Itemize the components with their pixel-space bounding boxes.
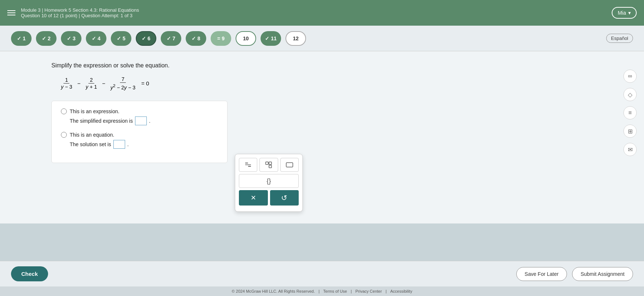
equation-radio[interactable] [61, 132, 67, 138]
equation-input[interactable] [113, 140, 125, 149]
question-bubble-11[interactable]: ✓ 11 [261, 31, 281, 46]
question-bubble-12[interactable]: 12 [285, 31, 306, 46]
footer-right: Save For Later Submit Assignment [516, 267, 633, 281]
privacy-link[interactable]: Privacy Center [355, 289, 382, 293]
question-bubble-2[interactable]: ✓ 2 [36, 31, 57, 46]
question-bubble-8[interactable]: ✓ 8 [186, 31, 206, 46]
copyright-text: © 2024 McGraw Hill LLC. All Rights Reser… [232, 289, 315, 293]
question-bubbles: ✓ 1 ✓ 2 ✓ 3 ✓ 4 ✓ 5 ✓ 6 ✓ 7 ✓ 8 = 9 10 ✓… [11, 31, 306, 46]
svg-rect-0 [245, 163, 248, 163]
fraction-button[interactable] [239, 158, 257, 172]
expression-option: This is an expression. The simplified ex… [61, 108, 218, 125]
list-icon-button[interactable]: ≡ [623, 106, 637, 119]
nav-bar: ✓ 1 ✓ 2 ✓ 3 ✓ 4 ✓ 5 ✓ 6 ✓ 7 ✓ 8 = 9 10 ✓… [0, 26, 644, 51]
question-instruction: Simplify the expression or solve the equ… [51, 62, 593, 69]
minus-1: − [77, 80, 81, 86]
question-bubble-5[interactable]: ✓ 5 [111, 31, 131, 46]
user-name: Mia [618, 10, 626, 16]
expression-input-label: The simplified expression is [70, 118, 133, 124]
math-toolbar: {} ✕ ↺ [235, 154, 303, 212]
svg-rect-4 [269, 162, 272, 164]
question-bubble-6[interactable]: ✓ 6 [136, 31, 156, 46]
equation-label: This is an equation. [70, 132, 114, 138]
module-title: Module 3 | Homework 5 Section 4.3: Ratio… [21, 7, 139, 13]
equation-input-label: The solution set is [70, 141, 111, 147]
glasses-icon-button[interactable]: ∞ [623, 70, 637, 83]
copyright-bar: © 2024 McGraw Hill LLC. All Rights Reser… [0, 286, 644, 296]
toolbar-row-2: {} [239, 174, 299, 188]
clear-button[interactable]: ✕ [239, 190, 268, 206]
svg-rect-5 [269, 165, 272, 168]
expression-answer-row: The simplified expression is . [70, 116, 218, 125]
equation-answer-row: The solution set is . [70, 140, 218, 149]
header: Module 3 | Homework 5 Section 4.3: Ratio… [0, 0, 644, 26]
expression-input[interactable] [135, 116, 147, 125]
equals: = 0 [141, 80, 149, 86]
matrix-button[interactable] [259, 158, 278, 172]
question-bubble-3[interactable]: ✓ 3 [61, 31, 81, 46]
accessibility-link[interactable]: Accessibility [390, 289, 412, 293]
undo-button[interactable]: ↺ [270, 190, 299, 206]
toolbar-row-1 [239, 158, 299, 172]
box-button[interactable] [280, 158, 299, 172]
question-bubble-7[interactable]: ✓ 7 [161, 31, 181, 46]
question-bubble-10[interactable]: 10 [236, 31, 256, 46]
equation-display: 1 y − 3 − 2 y + 1 − 7 y2 − 2y − 3 = 0 [59, 76, 593, 90]
question-bubble-4[interactable]: ✓ 4 [86, 31, 106, 46]
menu-icon[interactable] [7, 10, 15, 15]
expression-label: This is an expression. [70, 108, 119, 114]
submit-assignment-button[interactable]: Submit Assignment [572, 267, 633, 281]
chevron-down-icon: ▾ [628, 10, 631, 16]
equation-option: This is an equation. The solution set is… [61, 132, 218, 149]
expression-radio[interactable] [61, 108, 67, 114]
footer-bar: Check Save For Later Submit Assignment [0, 261, 644, 286]
toolbar-row-3: ✕ ↺ [239, 190, 299, 206]
right-sidebar: ∞ ◇ ≡ ⊞ ✉ [623, 70, 637, 156]
save-later-button[interactable]: Save For Later [516, 267, 567, 281]
question-info: Question 10 of 12 (1 point) | Question A… [21, 13, 139, 18]
terms-link[interactable]: Terms of Use [323, 289, 347, 293]
diamond-icon-button[interactable]: ◇ [623, 88, 637, 101]
mail-icon-button[interactable]: ✉ [623, 143, 637, 156]
expression-radio-row: This is an expression. [61, 108, 218, 114]
question-bubble-1[interactable]: ✓ 1 [11, 31, 32, 46]
user-menu-button[interactable]: Mia ▾ [612, 7, 637, 19]
main-content: Simplify the expression or solve the equ… [0, 51, 644, 223]
svg-rect-3 [266, 162, 268, 164]
header-left: Module 3 | Homework 5 Section 4.3: Ratio… [7, 7, 139, 18]
braces-button[interactable]: {} [239, 174, 299, 188]
calculator-icon-button[interactable]: ⊞ [623, 125, 637, 138]
svg-rect-6 [286, 163, 293, 167]
espanol-button[interactable]: Español [606, 34, 633, 43]
fraction-3: 7 y2 − 2y − 3 [109, 76, 137, 90]
svg-rect-2 [248, 166, 251, 167]
answer-card: This is an expression. The simplified ex… [51, 101, 228, 163]
minus-2: − [102, 80, 105, 86]
fraction-1: 1 y − 3 [59, 77, 74, 90]
question-bubble-9[interactable]: = 9 [211, 31, 231, 46]
equation-radio-row: This is an equation. [61, 132, 218, 138]
header-titles: Module 3 | Homework 5 Section 4.3: Ratio… [21, 7, 139, 18]
fraction-2: 2 y + 1 [84, 77, 99, 90]
check-button[interactable]: Check [11, 266, 48, 281]
svg-rect-1 [245, 164, 251, 165]
